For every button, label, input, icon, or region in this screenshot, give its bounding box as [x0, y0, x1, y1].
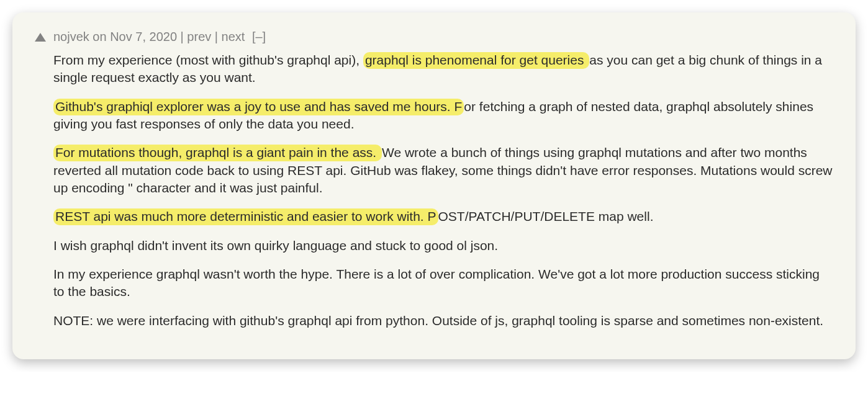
text: From my experience (most with github's g…: [53, 53, 363, 67]
highlight: Github's graphiql explorer was a joy to …: [53, 99, 464, 115]
highlight: REST api was much more deterministic and…: [53, 208, 438, 225]
paragraph: Github's graphiql explorer was a joy to …: [53, 98, 833, 133]
author-link[interactable]: nojvek: [53, 30, 89, 43]
separator: |: [177, 30, 187, 43]
upvote-icon[interactable]: [35, 33, 46, 42]
highlight: For mutations though, graphql is a giant…: [53, 145, 382, 161]
next-link[interactable]: next: [222, 30, 245, 43]
collapse-toggle[interactable]: [–]: [252, 30, 266, 43]
comment-card: nojvek on Nov 7, 2020 | prev | next [–] …: [12, 12, 856, 359]
comment-date: Nov 7, 2020: [110, 30, 177, 43]
separator: |: [211, 30, 221, 43]
paragraph: In my experience graphql wasn't worth th…: [53, 266, 833, 301]
text: OST/PATCH/PUT/DELETE map well.: [438, 209, 654, 223]
paragraph: REST api was much more deterministic and…: [53, 208, 833, 225]
highlight: graphql is phenomenal for get queries: [363, 52, 589, 69]
paragraph: From my experience (most with github's g…: [53, 52, 833, 87]
comment-body: From my experience (most with github's g…: [53, 52, 833, 329]
paragraph: For mutations though, graphql is a giant…: [53, 144, 833, 197]
paragraph: NOTE: we were interfacing with github's …: [53, 312, 833, 329]
comment-meta: nojvek on Nov 7, 2020 | prev | next [–]: [35, 30, 833, 44]
paragraph: I wish graphql didn't invent its own qui…: [53, 237, 833, 254]
meta-on: on: [89, 30, 110, 43]
prev-link[interactable]: prev: [187, 30, 211, 43]
